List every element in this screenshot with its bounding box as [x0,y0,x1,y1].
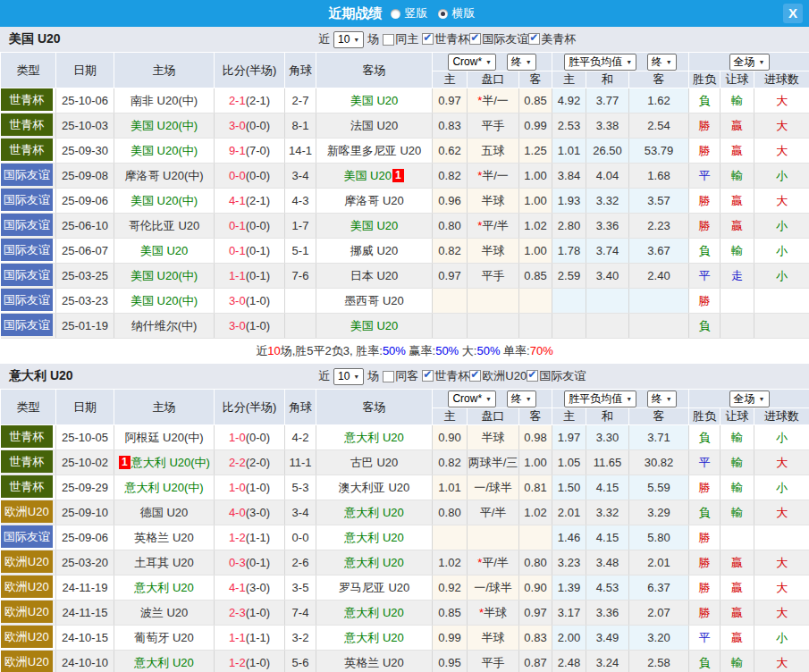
col-avg-draw: 和 [586,71,629,88]
team-name: 美国 U20 [350,94,398,107]
avg-draw-cell [586,289,629,314]
checkbox-icon[interactable] [528,33,540,45]
goals-result-cell: 大 [754,88,809,113]
avg-away-cell: 3.67 [629,239,689,264]
avg-stage-dropdown[interactable]: 终▼ [647,54,677,71]
checkbox-icon[interactable] [469,370,481,382]
checkbox-icon[interactable] [469,33,481,45]
radio-vertical-layout[interactable] [391,9,400,19]
home-odds-cell [433,525,468,550]
checkbox-label[interactable]: 世青杯 [434,368,469,384]
score-cell: 0-0(0-0) [215,164,285,189]
odds-stage-dropdown[interactable]: 终▼ [507,391,536,407]
col-odds-home: 主 [433,408,468,425]
checkbox-icon[interactable] [422,370,434,382]
away-odds-cell: 1.00 [519,164,552,189]
checkbox-label[interactable]: 同主 [395,31,418,47]
date-cell: 25-10-06 [56,88,114,113]
goals-flag: 大 [776,144,788,157]
score-cell: 1-0(0-0) [215,425,285,450]
radio-horizontal-layout[interactable] [438,9,448,19]
bookmaker-dropdown[interactable]: Crow*▼ [448,54,496,71]
radio-vertical-label[interactable]: 竖版 [405,5,428,21]
handicap-line: 半/一 [482,169,509,182]
team-name: 墨西哥 U20 [344,294,403,307]
result-flag: 勝 [699,294,711,307]
handicap-result-cell: 走 [721,264,754,289]
checkbox-icon[interactable] [527,370,538,382]
home-team-cell: 南非 U20(中) [114,88,215,113]
odds-stage-dropdown[interactable]: 终▼ [507,54,536,71]
checkbox-icon[interactable] [422,33,434,45]
avg-group-header: 胜平负均值▼ 终▼ [552,53,689,71]
team-name: 意大利 U20 [344,606,403,619]
team-title: 意大利 U20 [0,368,73,384]
away-team-cell: 意大利 U20 [316,525,433,550]
competition-filter-checkbox[interactable]: 世青杯 [422,31,469,47]
team-name: 意大利 U20 [344,431,403,444]
handicap-flag: 贏 [731,194,743,207]
date-cell: 25-10-02 [56,450,114,475]
halftime-score: (0-0) [246,431,270,444]
halftime-score: (3-0) [246,506,270,519]
team-name: 美国 U20(中) [131,144,198,157]
competition-cell: 国际友谊 [1,264,56,289]
team-name: 英格兰 U20 [134,531,193,544]
radio-horizontal-label[interactable]: 横版 [452,5,476,21]
avg-odds-dropdown[interactable]: 胜平负均值▼ [564,54,636,71]
avg-home-cell: 3.17 [552,601,586,626]
handicap-flag: 輸 [731,431,743,444]
handicap-line-cell: 半球 [468,626,519,651]
goals-result-cell: 小 [754,425,809,450]
bookmaker-dropdown[interactable]: Crow*▼ [448,391,496,407]
fullmatch-dropdown[interactable]: 全场▼ [729,391,770,407]
fullmatch-dropdown[interactable]: 全场▼ [729,54,770,71]
avg-away-cell: 2.54 [629,113,689,139]
result-flag: 勝 [699,194,711,207]
checkbox-label[interactable]: 同客 [395,368,418,384]
fulltime-score: 4-0 [229,506,246,519]
competition-cell: 欧洲U20 [1,601,56,626]
close-button[interactable]: X [783,4,803,23]
fulltime-score: 3-0 [229,319,246,332]
competition-filter-checkbox[interactable]: 国际友谊 [469,31,528,47]
checkbox-label[interactable]: 欧洲U20 [482,368,527,384]
handicap-line-cell: *平/半 [468,214,519,239]
avg-odds-dropdown[interactable]: 胜平负均值▼ [564,391,636,407]
checkbox-label[interactable]: 美青杯 [541,31,576,47]
corner-cell: 3-4 [285,164,316,189]
competition-filter-checkbox[interactable]: 国际友谊 [527,368,586,384]
match-row: 世青杯25-09-30美国 U20(中)9-1(7-0)14-1新喀里多尼亚 U… [1,139,809,164]
goals-result-cell: 大 [754,139,809,164]
score-cell: 4-1(2-1) [215,189,285,214]
competition-filter-checkbox[interactable]: 美青杯 [528,31,576,47]
away-team-cell: 意大利 U20 [316,500,433,525]
halftime-score: (0-1) [246,244,270,257]
same-venue-checkbox[interactable]: 同客 [383,368,418,384]
checkbox-label[interactable]: 国际友谊 [539,368,586,384]
team-name: 罗马尼亚 U20 [339,581,409,594]
competition-filter-checkbox[interactable]: 世青杯 [422,368,469,384]
competition-filter-checkbox[interactable]: 欧洲U20 [469,368,527,384]
rounds-dropdown[interactable]: 10▼ [333,368,364,385]
team-name: 意大利 U20(中) [131,456,210,469]
fulltime-score: 1-2 [229,656,246,669]
away-odds-cell: 0.85 [519,264,552,289]
handicap-line-cell: 两球半/三 [468,450,519,475]
fulltime-score: 1-1 [229,269,246,282]
checkbox-label[interactable]: 世青杯 [434,31,469,47]
fulltime-score: 0-3 [229,556,246,569]
home-team-cell: 葡萄牙 U20 [114,626,215,651]
checkbox-icon[interactable] [383,34,394,46]
checkbox-icon[interactable] [383,371,394,382]
rounds-dropdown[interactable]: 10▼ [333,31,364,48]
result-group-header: 全场▼ [689,53,809,71]
same-venue-checkbox[interactable]: 同主 [383,31,418,47]
handicap-line: 平手 [482,269,505,282]
score-cell: 4-1(3-0) [215,575,285,601]
checkbox-label[interactable]: 国际友谊 [482,31,528,47]
avg-away-cell: 2.58 [629,651,689,672]
avg-stage-dropdown[interactable]: 终▼ [647,391,677,407]
result-cell: 勝 [689,113,721,139]
goals-result-cell: 大 [754,651,809,672]
